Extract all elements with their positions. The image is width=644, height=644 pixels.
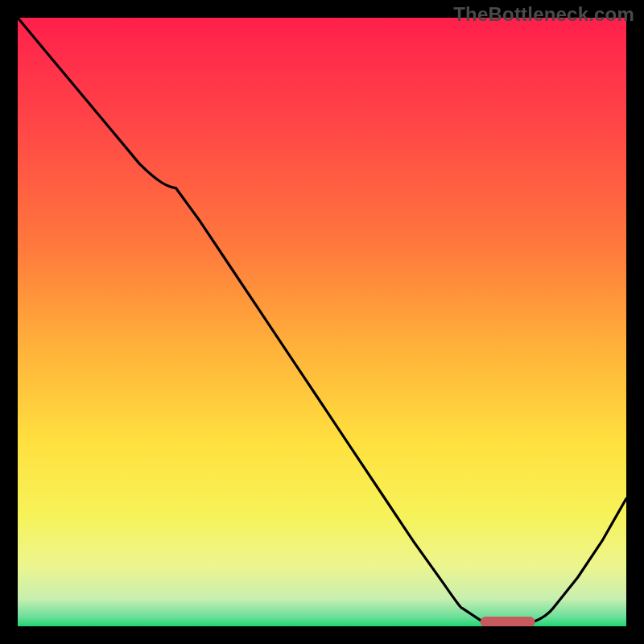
plot-area [18, 18, 626, 626]
optimal-marker [481, 617, 535, 626]
watermark-text: TheBottleneck.com [453, 3, 634, 26]
chart-frame: TheBottleneck.com [0, 0, 644, 644]
plot-svg [18, 18, 626, 626]
gradient-background [18, 18, 626, 626]
